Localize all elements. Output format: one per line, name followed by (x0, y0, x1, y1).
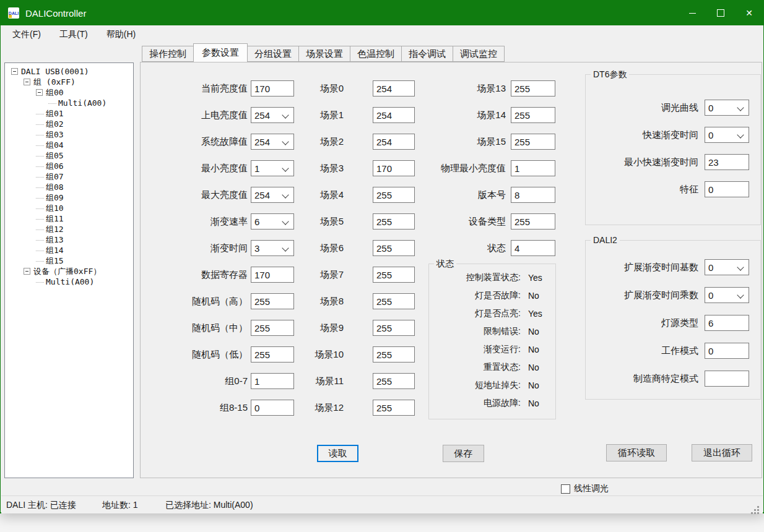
chevron-down-icon[interactable] (282, 165, 289, 171)
tree-connector (48, 103, 56, 104)
exit-loop-button[interactable]: 退出循环 (692, 444, 752, 461)
menu-file[interactable]: 文件(F) (5, 26, 48, 43)
field-input[interactable]: 255 (251, 293, 294, 309)
tree-node[interactable]: 组05 (5, 150, 133, 161)
chevron-down-icon[interactable] (737, 104, 744, 111)
save-button[interactable]: 保存 (443, 445, 484, 462)
field-input[interactable]: 170 (251, 80, 294, 97)
tree-node[interactable]: 组03 (5, 129, 133, 140)
field-input[interactable] (705, 371, 749, 387)
field-value: 1 (254, 376, 259, 387)
tab[interactable]: 色温控制 (350, 46, 402, 62)
field-input[interactable]: 255 (373, 267, 415, 283)
tree-node[interactable]: 组07 (5, 171, 133, 182)
field-input[interactable]: 255 (251, 320, 294, 336)
chevron-down-icon[interactable] (282, 244, 289, 251)
field-input[interactable]: 0 (251, 400, 294, 416)
field-input[interactable]: 255 (373, 346, 415, 363)
field-input[interactable]: 254 (251, 187, 294, 203)
field-input[interactable]: 4 (511, 240, 555, 256)
tab[interactable]: 指令调试 (401, 46, 453, 62)
close-button[interactable]: ✕ (735, 1, 763, 25)
tree-node[interactable]: 设备（广播0xFF） (5, 266, 133, 277)
field-input[interactable]: 254 (251, 134, 294, 150)
field-input[interactable]: 3 (251, 240, 294, 256)
chevron-down-icon[interactable] (282, 111, 289, 118)
param-row: 场景10 255 (289, 346, 415, 363)
menu-tools[interactable]: 工具(T) (52, 26, 95, 43)
chevron-down-icon[interactable] (737, 291, 744, 298)
field-label: 设备类型 (401, 216, 506, 228)
tree-node[interactable]: 组08 (5, 182, 133, 192)
field-input[interactable]: 1 (511, 160, 555, 176)
status-row: 控制装置状态: Yes (429, 272, 555, 284)
field-label: 物理最小亮度值 (401, 163, 506, 174)
tree-node[interactable]: 组00 (5, 87, 133, 98)
tree-node[interactable]: 组 (0xFF) (5, 77, 133, 87)
chevron-down-icon[interactable] (737, 131, 744, 138)
tree-node[interactable]: 组13 (5, 234, 133, 245)
field-input[interactable]: 170 (251, 267, 294, 283)
tab[interactable]: 操作控制 (142, 46, 194, 62)
field-input[interactable]: 255 (373, 320, 415, 336)
field-input[interactable]: 1 (251, 373, 294, 389)
status-value: Yes (528, 309, 542, 319)
field-input[interactable]: 0 (705, 127, 749, 143)
minimize-button[interactable] (678, 1, 706, 25)
field-input[interactable]: 254 (251, 107, 294, 123)
tab[interactable]: 分组设置 (247, 46, 299, 62)
chevron-down-icon[interactable] (282, 191, 289, 198)
field-input[interactable]: 255 (511, 80, 555, 97)
field-input[interactable]: 0 (705, 343, 749, 359)
tab[interactable]: 场景设置 (298, 46, 350, 62)
field-label: 场景1 (289, 109, 344, 121)
resize-grip-icon[interactable] (757, 506, 759, 508)
tree-node[interactable]: Multi(A00) (5, 277, 133, 287)
field-input[interactable]: 255 (511, 107, 555, 123)
field-input[interactable]: 255 (511, 213, 555, 230)
tree-node[interactable]: 组11 (5, 213, 133, 224)
tree-node[interactable]: 组06 (5, 161, 133, 171)
tree-node[interactable]: Multi(A00) (5, 98, 133, 108)
field-input[interactable]: 0 (705, 100, 749, 116)
menubar: 文件(F) 工具(T) 帮助(H) (1, 25, 763, 44)
field-input[interactable]: 23 (705, 154, 749, 170)
field-input[interactable]: 255 (373, 400, 415, 416)
tree-node[interactable]: 组04 (5, 140, 133, 150)
maximize-button[interactable] (706, 1, 735, 25)
linear-dimming-checkbox[interactable] (561, 484, 570, 494)
field-value: 254 (376, 84, 392, 94)
field-label: 渐变速率 (144, 216, 248, 228)
field-input[interactable]: 6 (251, 213, 294, 230)
tree-node[interactable]: 组09 (5, 192, 133, 203)
tree-node[interactable]: 组01 (5, 108, 133, 119)
field-input[interactable]: 8 (511, 187, 555, 203)
field-input[interactable]: 1 (251, 160, 294, 176)
field-input[interactable]: 0 (705, 287, 749, 303)
collapse-icon[interactable] (24, 268, 30, 275)
chevron-down-icon[interactable] (282, 218, 289, 225)
tab[interactable]: 参数设置 (193, 43, 248, 62)
loop-read-button[interactable]: 循环读取 (606, 444, 667, 461)
field-input[interactable]: 255 (251, 346, 294, 363)
field-input[interactable]: 255 (373, 293, 415, 309)
collapse-icon[interactable] (36, 89, 43, 96)
tree-node[interactable]: 组10 (5, 203, 133, 213)
tree-node[interactable]: 组14 (5, 245, 133, 255)
tree-node[interactable]: 组15 (5, 255, 133, 266)
tree-node[interactable]: 组12 (5, 224, 133, 234)
field-input[interactable]: 0 (705, 181, 749, 197)
field-input[interactable]: 0 (705, 259, 749, 275)
chevron-down-icon[interactable] (282, 138, 289, 145)
collapse-icon[interactable] (11, 68, 18, 75)
field-input[interactable]: 255 (511, 134, 555, 150)
tab[interactable]: 调试监控 (453, 46, 505, 62)
chevron-down-icon[interactable] (737, 264, 744, 270)
field-input[interactable]: 6 (705, 315, 749, 331)
tree-node[interactable]: DALI USB(0001) (5, 66, 133, 77)
menu-help[interactable]: 帮助(H) (99, 26, 143, 43)
read-button[interactable]: 读取 (317, 445, 358, 462)
collapse-icon[interactable] (24, 79, 30, 85)
tree-node[interactable]: 组02 (5, 119, 133, 129)
field-input[interactable]: 255 (373, 373, 415, 389)
